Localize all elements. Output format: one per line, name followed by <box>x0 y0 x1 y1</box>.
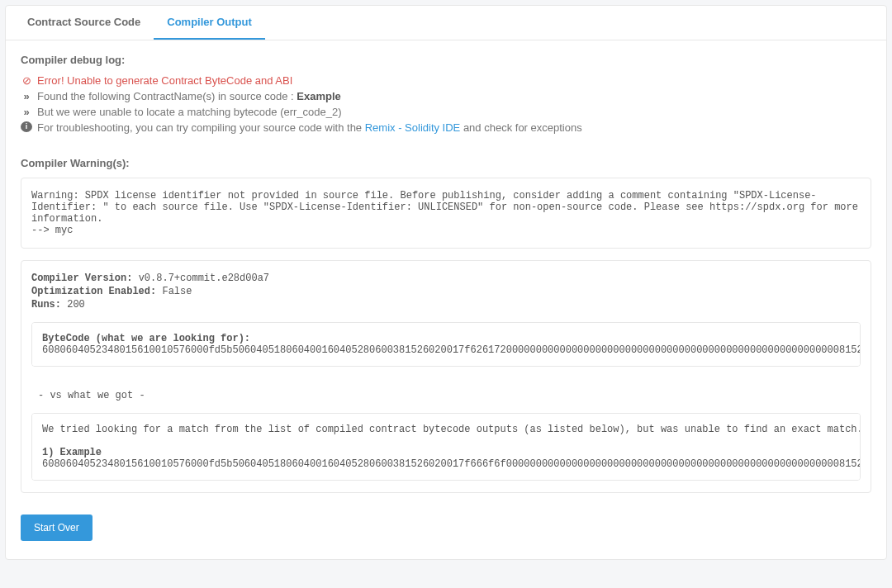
tab-source-code[interactable]: Contract Source Code <box>14 6 154 40</box>
error-line: ⊘ Error! Unable to generate Contract Byt… <box>21 74 871 87</box>
main-panel: Contract Source Code Compiler Output Com… <box>5 5 887 560</box>
troubleshoot-text: For troubleshooting, you can try compili… <box>37 121 871 134</box>
content-area: Compiler debug log: ⊘ Error! Unable to g… <box>6 40 886 559</box>
chevron-double-right-icon: » <box>21 90 32 102</box>
compiler-version-label: Compiler Version: <box>31 273 132 284</box>
optimization-value: False <box>162 286 192 297</box>
runs-label: Runs: <box>31 299 61 311</box>
bytecode-got-box[interactable]: We tried looking for a match from the li… <box>31 413 861 481</box>
bytecode-looking-header: ByteCode (what we are looking for): <box>42 333 250 344</box>
start-over-button[interactable]: Start Over <box>21 514 93 541</box>
bytecode-got-value: 6080604052348015610010576000fd5b50604051… <box>42 458 861 470</box>
debug-log-title: Compiler debug log: <box>21 54 871 66</box>
warnings-title: Compiler Warning(s): <box>21 157 871 169</box>
chevron-double-right-icon: » <box>21 106 32 118</box>
warnings-section: Compiler Warning(s): Warning: SPDX licen… <box>21 157 871 249</box>
tab-bar: Contract Source Code Compiler Output <box>6 6 886 40</box>
bytecode-looking-box[interactable]: ByteCode (what we are looking for): 6080… <box>31 322 861 367</box>
found-text: Found the following ContractName(s) in s… <box>37 90 871 102</box>
optimization-line: Optimization Enabled: False <box>31 286 861 297</box>
bytecode-got-intro: We tried looking for a match from the li… <box>42 424 861 435</box>
bytecode-looking-value: 6080604052348015610010576000fd5b50604051… <box>42 344 861 356</box>
found-contract-name: Example <box>297 90 340 102</box>
remix-ide-link[interactable]: Remix - Solidity IDE <box>365 121 461 134</box>
vs-label: - vs what we got - <box>38 390 861 401</box>
info-icon: i <box>21 121 32 132</box>
bytecode-looking-inner: ByteCode (what we are looking for): 6080… <box>32 323 861 366</box>
runs-value: 200 <box>67 299 85 311</box>
compiler-meta-box: Compiler Version: v0.8.7+commit.e28d00a7… <box>21 260 871 493</box>
found-line: » Found the following ContractName(s) in… <box>21 90 871 102</box>
error-text: Error! Unable to generate Contract ByteC… <box>37 74 871 87</box>
optimization-label: Optimization Enabled: <box>31 286 156 297</box>
unable-text: But we were unable to locate a matching … <box>37 106 871 118</box>
found-prefix: Found the following ContractName(s) in s… <box>37 90 297 102</box>
troubleshoot-prefix: For troubleshooting, you can try compili… <box>37 121 365 134</box>
compiler-version-value: v0.8.7+commit.e28d00a7 <box>139 273 269 284</box>
unable-line: » But we were unable to locate a matchin… <box>21 106 871 118</box>
error-icon: ⊘ <box>21 74 32 87</box>
tab-compiler-output[interactable]: Compiler Output <box>154 6 265 40</box>
runs-line: Runs: 200 <box>31 299 861 311</box>
compiler-version-line: Compiler Version: v0.8.7+commit.e28d00a7 <box>31 273 861 284</box>
bytecode-got-index-label: 1) Example <box>42 447 102 458</box>
bytecode-got-inner: We tried looking for a match from the li… <box>32 414 861 480</box>
warnings-box: Warning: SPDX license identifier not pro… <box>21 178 871 249</box>
troubleshoot-line: i For troubleshooting, you can try compi… <box>21 121 871 134</box>
troubleshoot-suffix: and check for exceptions <box>460 121 581 134</box>
